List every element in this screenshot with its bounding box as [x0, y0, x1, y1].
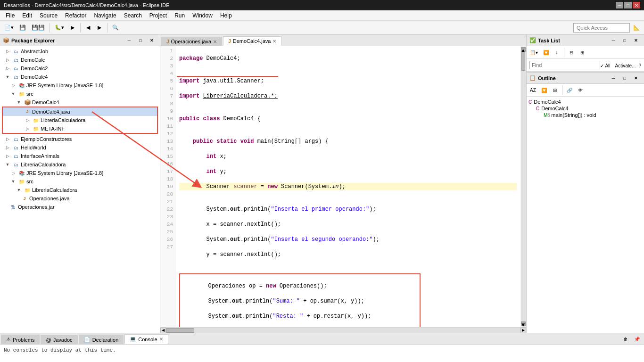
toolbar-back[interactable]: ◀ — [83, 23, 93, 33]
outline-item-democalc4-class[interactable]: C DemoCalc4 — [528, 99, 642, 105]
outline-item-main[interactable]: M S main(String[]) : void — [528, 112, 642, 118]
title-bar: Desarrollos - DemoCalc4/src/DemoCalc4/De… — [0, 0, 644, 10]
tree-item-ejemplo[interactable]: ▷ 🗂 EjemploConstructores — [0, 135, 160, 143]
toolbar-perspective[interactable]: 📐 — [631, 23, 642, 33]
menu-window[interactable]: Window — [189, 11, 216, 20]
task-list-close[interactable]: ✕ — [631, 35, 641, 46]
editor-scrollbar[interactable]: ▲ ▼ — [520, 46, 526, 327]
code-line-11: Scanner scanner = new Scanner(System.in)… — [179, 183, 517, 190]
menu-edit[interactable]: Edit — [18, 11, 36, 20]
outline-controls: ─ □ ✕ — [608, 73, 641, 83]
activate-label[interactable]: Activate... — [615, 63, 636, 68]
declaration-icon: 📄 — [84, 337, 91, 343]
hscroll-left[interactable]: ◀ — [160, 328, 166, 333]
menu-file[interactable]: File — [2, 11, 18, 20]
tab-console[interactable]: 💻 Console ✕ — [124, 334, 168, 344]
scrollbar-thumb[interactable] — [521, 52, 525, 71]
hscroll-right[interactable]: ▶ — [520, 328, 526, 333]
toolbar-debug[interactable]: 🐛▾ — [52, 23, 66, 33]
outline-close[interactable]: ✕ — [631, 73, 641, 83]
tree-item-meta-inf[interactable]: ▷ 📁 META-INF — [3, 124, 157, 133]
scrollbar-up[interactable]: ▲ — [521, 47, 526, 52]
menu-refactor[interactable]: Refactor — [61, 11, 90, 20]
menu-source[interactable]: Source — [36, 11, 61, 20]
all-label[interactable]: ✓ All — [600, 63, 610, 68]
project-icon: 🗂 — [12, 135, 20, 143]
tree-label-democalc2: DemoCalc2 — [21, 66, 48, 71]
toolbar-save[interactable]: 💾 — [17, 23, 28, 33]
tab-javadoc[interactable]: @ Javadoc — [41, 335, 77, 344]
h-scrollbar[interactable]: ◀ ▶ — [160, 327, 526, 333]
task-filter[interactable]: 🔽 — [541, 47, 551, 58]
outline-icon: 📋 — [529, 75, 536, 81]
console-clear[interactable]: 🗑 — [620, 334, 631, 344]
tree-item-libreria-sub[interactable]: ▼ 📁 LibreriaCalculadora — [0, 186, 160, 194]
tree-item-src2[interactable]: ▼ 📁 src — [0, 177, 160, 186]
task-expand[interactable]: ⊞ — [577, 47, 587, 58]
hscroll-thumb[interactable] — [166, 328, 194, 333]
tree-item-democalc2[interactable]: ▷ 🗂 DemoCalc2 — [0, 64, 160, 73]
code-line-4: import LibreriaCalculadora.*; — [179, 92, 517, 100]
help-icon[interactable]: ? — [638, 63, 641, 68]
outline-maximize[interactable]: □ — [619, 73, 630, 83]
task-find-input[interactable] — [529, 61, 600, 69]
toolbar-new[interactable]: 📄▾ — [2, 23, 16, 33]
task-list-maximize[interactable]: □ — [619, 35, 630, 46]
tree-item-democalc4-pkg[interactable]: ▼ 📦 DemoCalc4 — [0, 98, 160, 107]
task-sort[interactable]: ↕ — [552, 47, 562, 58]
tree-item-operaciones-jar[interactable]: 🗜 Operaciones.jar — [0, 203, 160, 211]
tree-item-libreria-calc[interactable]: ▷ 📁 LibreriaCalculadora — [3, 116, 157, 124]
hscroll-track[interactable] — [166, 328, 520, 333]
tab-operaciones[interactable]: J Operaciones.java ✕ — [161, 37, 222, 46]
menu-help[interactable]: Help — [216, 11, 236, 20]
tab-operaciones-close[interactable]: ✕ — [213, 39, 217, 44]
outline-filter[interactable]: 🔽 — [539, 85, 549, 95]
outline-sort[interactable]: AZ — [528, 85, 538, 95]
quick-access-input[interactable] — [573, 23, 630, 33]
tab-problems[interactable]: ⚠ Problems — [1, 335, 40, 344]
pe-close[interactable]: ✕ — [147, 35, 157, 46]
task-list-minimize[interactable]: ─ — [608, 35, 619, 46]
tab-democalc4-close[interactable]: ✕ — [272, 39, 276, 44]
close-button[interactable]: ✕ — [633, 2, 640, 8]
scrollbar-track[interactable] — [521, 52, 526, 321]
menu-navigate[interactable]: Navigate — [90, 11, 120, 20]
menu-run[interactable]: Run — [171, 11, 189, 20]
tree-item-src[interactable]: ▼ 📁 src — [0, 90, 160, 98]
tree-item-operaciones-java[interactable]: J Operaciones.java — [0, 194, 160, 203]
code-content[interactable]: package DemoCalc4; import java.util.Scan… — [175, 46, 520, 327]
outline-collapse[interactable]: ⊟ — [550, 85, 560, 95]
minimize-button[interactable]: ─ — [616, 2, 623, 8]
tree-item-democalc4[interactable]: ▼ 🗂 DemoCalc4 — [0, 73, 160, 81]
task-collapse[interactable]: ⊟ — [566, 47, 577, 58]
tree-item-abstractjob[interactable]: ▷ 🗂 AbstractJob — [0, 47, 160, 56]
outline-link[interactable]: 🔗 — [564, 85, 575, 95]
toolbar-save-all[interactable]: 💾💾 — [29, 23, 47, 33]
pe-minimize[interactable]: ─ — [124, 35, 134, 46]
tree-item-libreria-calc-proj[interactable]: ▼ 🗂 LibreriaCalculadora — [0, 160, 160, 169]
tree-item-jre-lib[interactable]: ▷ 📚 JRE System Library [JavaSE-1.8] — [0, 81, 160, 90]
tree-item-interface-animals[interactable]: ▷ 🗂 InterfaceAnimals — [0, 152, 160, 160]
tree-item-democalc[interactable]: ▷ 🗂 DemoCalc — [0, 56, 160, 64]
toolbar-forward[interactable]: ▶ — [94, 23, 105, 33]
maximize-button[interactable]: □ — [624, 2, 632, 8]
outline-minimize[interactable]: ─ — [608, 73, 619, 83]
scrollbar-down[interactable]: ▼ — [521, 321, 526, 326]
tab-democalc4[interactable]: J DemoCalc4.java ✕ — [223, 36, 281, 46]
outline-hide[interactable]: 👁 — [575, 85, 586, 95]
pe-maximize[interactable]: □ — [135, 35, 146, 46]
outline-item-democalc4-inner[interactable]: C DemoCalc4 — [528, 105, 642, 112]
task-new[interactable]: 📋▾ — [528, 47, 540, 58]
tab-declaration[interactable]: 📄 Declaration — [79, 335, 124, 344]
tree-item-helloworld[interactable]: ▷ 🗂 HelloWorld — [0, 143, 160, 152]
tree-item-democalc4-java[interactable]: J DemoCalc4.java — [3, 107, 157, 116]
tree-item-jre-lib2[interactable]: ▷ 📚 JRE System Library [JavaSE-1.8] — [0, 169, 160, 177]
code-editor[interactable]: 12345 678910 1112131415 1617181920 21222… — [160, 46, 526, 327]
menu-search[interactable]: Search — [120, 11, 146, 20]
tab-console-close[interactable]: ✕ — [159, 337, 163, 342]
menu-project[interactable]: Project — [146, 11, 171, 20]
project-icon: 🗂 — [12, 65, 20, 72]
toolbar-run[interactable]: ▶ — [67, 23, 78, 33]
console-pin[interactable]: 📌 — [632, 334, 642, 344]
toolbar-search[interactable]: 🔍 — [110, 23, 121, 33]
